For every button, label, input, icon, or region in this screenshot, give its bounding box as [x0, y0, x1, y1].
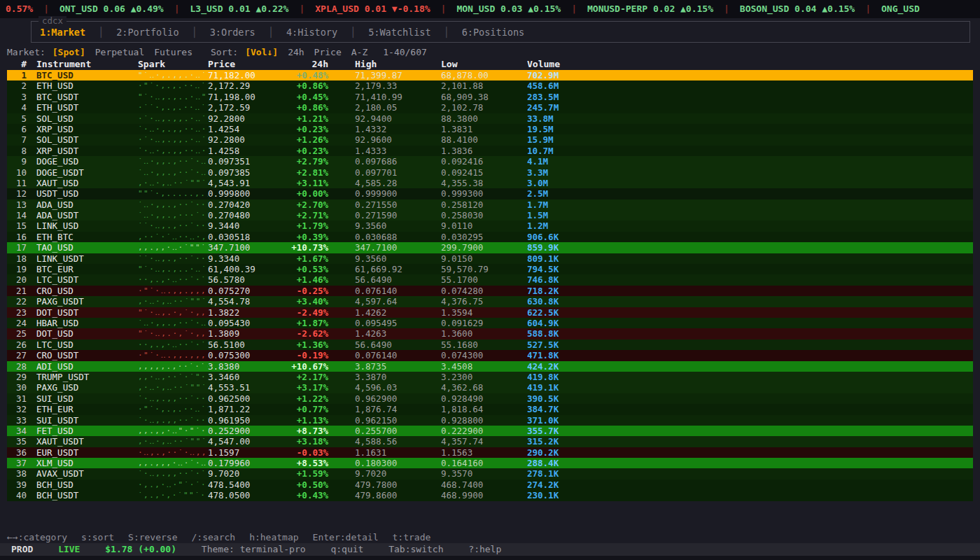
row-instrument: ETH_EUR	[31, 404, 138, 414]
row-change-24h: +1.13%	[290, 415, 328, 426]
table-row[interactable]: 13ADA_USD˙‥·‚‚.‚··˙··"0.270420+2.70%0.27…	[7, 200, 973, 210]
row-price: 0.252900	[208, 426, 290, 436]
price-ticker-bar[interactable]: 0.57%|ONT_USD 0.06 ▲0.49%|L3_USD 0.01 ▲0…	[0, 0, 980, 18]
column-header-instrument[interactable]: Instrument	[31, 59, 138, 70]
table-row[interactable]: 38AVAX_USDT˙·‥‚.‚‚··˙·˙·9.7020+1.59%9.70…	[7, 468, 973, 479]
table-row[interactable]: 33SUI_USDT˙·‥‚.‚‚··˙··"0.961950+1.13%0.9…	[7, 415, 973, 426]
row-high: 1.4262	[328, 307, 441, 318]
column-header-high[interactable]: High	[328, 59, 441, 70]
row-price: 478.5400	[208, 479, 290, 490]
table-row[interactable]: 19BTC_EUR"˙·‥‚.‚..·‥˙"61,400.39+0.53%61,…	[7, 264, 973, 274]
table-row[interactable]: 1BTC_USD"˙‥·‚.‚‚.·‥˙"71,182.00+0.48%71,3…	[7, 70, 973, 80]
switch-hint[interactable]: Tab:switch	[388, 544, 443, 554]
table-row[interactable]: 36EUR_USDT·‥‚.‚··˙·‥‚‚.1.1597-0.03%1.163…	[7, 447, 973, 458]
row-low: 0.092415	[441, 167, 527, 178]
table-row[interactable]: 31SUI_USD˙·‥‚.‚‚··˙··˙0.962500+1.22%0.96…	[7, 393, 973, 404]
row-price: 92.2800	[208, 113, 290, 124]
table-row[interactable]: 5SOL_USD·˙·‥‚.‚‚.·‥˙"92.2800+1.21%92.940…	[7, 113, 973, 124]
table-row[interactable]: 15LINK_USD˙˙·‥‚.‚··˙··"9.3440+1.79%9.356…	[7, 220, 973, 231]
column-header-24h[interactable]: 24h	[290, 59, 328, 70]
table-row[interactable]: 4ETH_USDT·˙˙·‚.‚.··‥˙"2,172.59+0.86%2,18…	[7, 102, 973, 113]
row-change-24h: +2.70%	[290, 200, 328, 210]
table-row[interactable]: 25DOT_USD"˙·‥‚.·‚˙·‚‚.1.3809-2.62%1.4263…	[7, 328, 973, 339]
column-header-low[interactable]: Low	[441, 59, 527, 70]
sort-option-vol[interactable]: [Vol↓]	[245, 47, 278, 57]
table-row[interactable]: 22PAXG_USDT‚·‥·‚‥··˙""˙·4,554.78+3.40%4,…	[7, 296, 973, 307]
table-row[interactable]: 27CRO_USDT·"˙·‥.‚‚.‚‚‚‚0.075300-0.19%0.0…	[7, 350, 973, 360]
table-row[interactable]: 39BCH_USD·‚.‚·‥·"˙·˙··478.5400+0.50%479.…	[7, 479, 973, 490]
table-row[interactable]: 3BTC_USDT"˙·‥‚.‚..·‥""71,198.00+0.45%71,…	[7, 92, 973, 102]
column-header-volume[interactable]: Volume	[527, 59, 973, 70]
table-row[interactable]: 7SOL_USDT·˙·‥‚.‚‚.·‥˙"92.2800+1.26%92.96…	[7, 134, 973, 145]
table-row[interactable]: 9DOGE_USD˙‥·‚‚.‚··˙·‥"0.097351+2.79%0.09…	[7, 156, 973, 167]
table-row[interactable]: 11XAUT_USD‚·‥·‚‥··˙""˙·4,543.91+3.11%4,5…	[7, 178, 973, 188]
row-change-24h: +2.79%	[290, 156, 328, 167]
sort-option-price[interactable]: Price	[314, 47, 342, 57]
column-header-num[interactable]: #	[7, 59, 31, 70]
table-row[interactable]: 35XAUT_USDT‚·‥·‚‥··˙""˙‥4,547.00+3.18%4,…	[7, 436, 973, 447]
row-change-24h: +1.21%	[290, 113, 328, 124]
row-instrument: XLM_USD	[31, 458, 138, 468]
tab-market[interactable]: 1:Market	[40, 27, 85, 38]
tab-positions[interactable]: 6:Positions	[462, 27, 524, 38]
sort-option-a-z[interactable]: A-Z	[351, 47, 368, 57]
market-option-futures[interactable]: Futures	[154, 47, 192, 57]
table-row[interactable]: 37XLM_USD‚‚.‚‚‚·‥·˙·‥"0.179960+8.53%0.18…	[7, 458, 973, 468]
table-row[interactable]: 8XRP_USDT˙·‥·‚.‚‚··‥··1.4258+0.23%1.4333…	[7, 146, 973, 156]
table-row[interactable]: 40BCH_USDT˙‚.‚·‚·˙""˙·˙478.0500+0.43%479…	[7, 490, 973, 500]
table-row[interactable]: 17TAO_USD‚‚.‚‚·‥·˙""˙·347.7100+10.73%347…	[7, 242, 973, 253]
row-low: 2,101.88	[441, 80, 527, 91]
row-price: 1.1597	[208, 447, 290, 458]
table-row[interactable]: 6XRP_USD˙·‥·‚.‚‚··‥··1.4254+0.23%1.43321…	[7, 124, 973, 134]
row-volume: 245.7M	[527, 102, 973, 113]
tab-portfolio[interactable]: 2:Portfolio	[116, 27, 178, 38]
row-low: 0.030295	[441, 232, 527, 242]
table-row[interactable]: 24HBAR_USD˙‥·‚‚.‚··˙·‥"0.095430+1.87%0.0…	[7, 318, 973, 328]
table-row[interactable]: 14ADA_USDT˙‥·‚‚.‚···˙·"0.270480+2.71%0.2…	[7, 210, 973, 220]
row-volume: 702.9M	[527, 70, 973, 80]
row-instrument: SUI_USDT	[31, 415, 138, 426]
column-header-price[interactable]: Price	[208, 59, 290, 70]
table-row[interactable]: 12USDT_USD""˙·‚.....‚.‚0.999800+0.00%0.9…	[7, 188, 973, 199]
ticker-item: MONUSD-PERP 0.02 ▲0.15%	[587, 4, 713, 14]
table-row[interactable]: 23DOT_USDT"˙·‥‚.·‚˙·‚‚.1.3822-2.49%1.426…	[7, 307, 973, 318]
row-sparkline: ·‚.‚·‥·"˙·˙··	[138, 479, 208, 490]
market-option-spot[interactable]: [Spot]	[52, 47, 85, 57]
table-row[interactable]: 32ETH_EUR·"˙·‚.‚.··‥˙"1,871.22+0.77%1,87…	[7, 404, 973, 414]
row-price: 0.097351	[208, 156, 290, 167]
row-price: 2,172.59	[208, 102, 290, 113]
table-row[interactable]: 34FET_USD‚‚.‚‚·‥"·"˙·˙0.252900+8.73%0.25…	[7, 426, 973, 436]
table-row[interactable]: 20LTC_USDT··‚.‚·‥··˙·˙"56.5780+1.46%56.6…	[7, 274, 973, 285]
tab-orders[interactable]: 3:Orders	[210, 27, 255, 38]
table-row[interactable]: 29TRUMP_USDT‚‚·‥‚··˙·˙"·˙3.3460+2.17%3.3…	[7, 372, 973, 382]
help-sort: s:sort	[81, 532, 114, 542]
row-volume: 622.5K	[527, 307, 973, 318]
row-price: 9.7020	[208, 468, 290, 479]
table-row[interactable]: 28ADI_USD‚‚‚‚‚.‚··˙·˙·3.8380+10.67%3.873…	[7, 361, 973, 372]
sort-option-24h[interactable]: 24h	[288, 47, 304, 57]
table-row[interactable]: 30PAXG_USD‚·‥·‚‥··˙""˙·4,553.51+3.17%4,5…	[7, 382, 973, 393]
market-option-perpetual[interactable]: Perpetual	[95, 47, 144, 57]
tab-history[interactable]: 4:History	[286, 27, 337, 38]
row-sparkline: ˙‚.‚·‚·˙""˙·˙	[138, 490, 208, 500]
table-row[interactable]: 16ETH_BTC‚··˙·˙‥··‥·‚‚0.030518+0.39%0.03…	[7, 232, 973, 242]
tab-watchlist[interactable]: 5:Watchlist	[368, 27, 430, 38]
row-rank: 25	[7, 328, 31, 339]
column-header-spark[interactable]: Spark	[138, 59, 208, 70]
row-volume: 283.5M	[527, 92, 973, 102]
help-hint[interactable]: ?:help	[468, 544, 501, 554]
row-sparkline: ˙·‥·‚.‚‚··‥··	[138, 124, 208, 134]
table-row[interactable]: 18LINK_USDT˙˙·‥‚.‚··˙··"9.3340+1.67%9.35…	[7, 253, 973, 264]
table-row[interactable]: 21CRO_USD·"˙·‥.‚‚.‚‚‚‚0.075270-0.25%0.07…	[7, 286, 973, 296]
table-row[interactable]: 2ETH_USD·"˙·‚.‚.··‥˙"2,172.29+0.86%2,179…	[7, 80, 973, 91]
row-high: 2,180.05	[328, 102, 441, 113]
filter-bar: Market:[Spot]PerpetualFuturesSort:[Vol↓]…	[7, 46, 427, 59]
table-row[interactable]: 26LTC_USD··‚.‚·‥··˙·˙"56.5100+1.36%56.64…	[7, 340, 973, 350]
row-low: 3.4508	[441, 361, 527, 372]
quit-hint[interactable]: q:quit	[330, 544, 363, 554]
table-row[interactable]: 10DOGE_USDT˙‥·‚‚.‚··˙·‥"0.097385+2.81%0.…	[7, 167, 973, 178]
row-volume: 19.5M	[527, 124, 973, 134]
row-price: 71,182.00	[208, 70, 290, 80]
row-instrument: TRUMP_USDT	[31, 372, 138, 382]
row-instrument: ADA_USD	[31, 200, 138, 210]
